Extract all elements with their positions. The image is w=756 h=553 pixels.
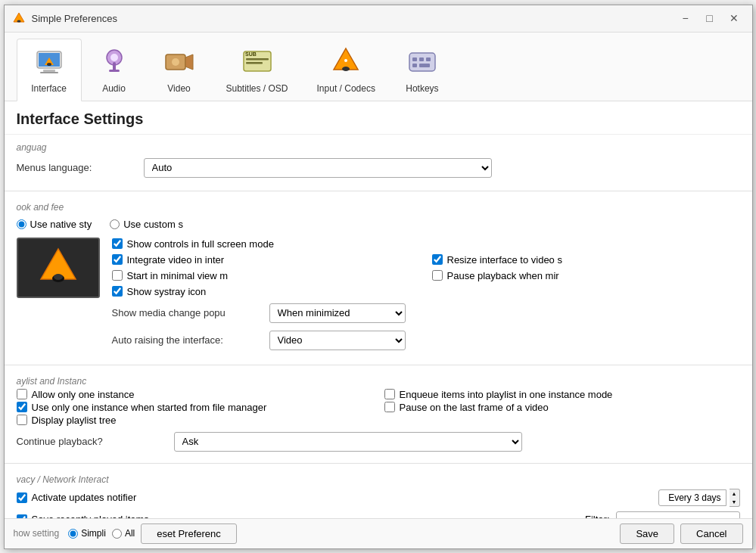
toolbar-item-hotkeys[interactable]: Hotkeys (390, 39, 455, 101)
toolbar-item-video[interactable]: Video (147, 39, 212, 101)
vlc-preview (17, 238, 100, 298)
simple-radio[interactable] (68, 529, 78, 539)
updates-frequency-input[interactable] (658, 489, 726, 506)
file-manager-label[interactable]: Use only one instance when started from … (32, 402, 267, 413)
integrate-video-checkbox[interactable] (112, 254, 123, 265)
playlist-content: Allow only one instance Use only one ins… (17, 388, 740, 427)
toolbar-item-interface[interactable]: Interface (17, 39, 82, 101)
playlist-tree-checkbox[interactable] (17, 415, 27, 425)
integrate-video-label[interactable]: Integrate video in inter (127, 254, 225, 266)
minimize-button[interactable]: − (675, 10, 696, 26)
maximize-button[interactable]: □ (699, 10, 720, 26)
playlist-left: Allow only one instance Use only one ins… (17, 388, 372, 427)
systray-checkbox[interactable] (112, 286, 123, 297)
native-style-radio-label[interactable]: Use native sty (17, 219, 92, 230)
video-icon (161, 44, 198, 80)
svg-point-21 (344, 59, 347, 62)
minimal-view-label[interactable]: Start in minimal view m (127, 270, 229, 281)
cancel-button[interactable]: Cancel (680, 523, 742, 544)
playlist-right: Enqueue items into playlist in one insta… (384, 388, 740, 427)
save-button[interactable]: Save (620, 523, 674, 544)
updates-row: Activate updates notifier ▲ ▼ (17, 486, 740, 509)
media-change-select[interactable]: When minimized Always Never (269, 303, 406, 323)
playlist-header: aylist and Instanc (17, 371, 740, 388)
pause-playback-checkbox[interactable] (432, 270, 443, 281)
custom-style-radio[interactable] (110, 219, 120, 229)
svg-text:SUB: SUB (245, 51, 257, 57)
continue-playback-select[interactable]: Ask Always Never (174, 432, 522, 452)
svg-rect-17 (246, 62, 263, 64)
right-checkboxes: Resize interface to video s Pause playba… (432, 253, 740, 298)
pause-playback-label[interactable]: Pause playback when mir (447, 270, 559, 281)
continue-playback-row: Continue playback? Ask Always Never (17, 430, 740, 454)
media-change-label: Show media change popu (112, 307, 263, 318)
all-radio[interactable] (112, 529, 122, 539)
pause-playback-row: Pause playback when mir (432, 269, 740, 282)
privacy-section: vacy / Network Interact Activate updates… (5, 467, 752, 518)
look-feel-section: ook and fee Use native sty Use custom s (5, 194, 752, 362)
native-style-radio[interactable] (17, 219, 26, 229)
updates-frequency-control: ▲ ▼ (658, 489, 740, 507)
resize-checkbox[interactable] (432, 254, 443, 265)
one-instance-label[interactable]: Allow only one instance (32, 389, 135, 400)
content-area: Interface Settings anguag Menus language… (5, 101, 752, 518)
updates-spinner-down[interactable]: ▼ (730, 498, 739, 506)
minimal-view-checkbox[interactable] (112, 270, 123, 281)
all-radio-label[interactable]: All (112, 528, 135, 539)
custom-style-radio-label[interactable]: Use custom s (110, 219, 183, 230)
svg-rect-11 (109, 70, 120, 72)
look-feel-content: Show controls in full screen mode Integr… (17, 235, 740, 356)
title-bar: Simple Preferences − □ ✕ (5, 5, 752, 33)
settings-scroll[interactable]: anguag Menus language: Auto English Fren… (5, 135, 752, 518)
svg-point-31 (54, 274, 63, 280)
file-manager-checkbox[interactable] (17, 402, 27, 412)
auto-raise-select[interactable]: Video Always Never (269, 331, 406, 350)
fullscreen-controls-label[interactable]: Show controls in full screen mode (127, 238, 274, 250)
subtitles-icon: SUB (239, 44, 275, 80)
svg-point-14 (172, 58, 179, 66)
fullscreen-controls-checkbox[interactable] (112, 238, 123, 249)
one-instance-checkbox[interactable] (17, 389, 27, 399)
menus-language-label: Menus language: (17, 162, 138, 173)
native-style-label: Use native sty (30, 219, 92, 230)
systray-row: Show systray icon (112, 285, 420, 298)
pause-last-row: Pause on the last frame of a video (384, 401, 740, 414)
toolbar-item-input[interactable]: Input / Codecs (303, 39, 390, 101)
updates-notifier-checkbox[interactable] (17, 492, 27, 503)
toolbar-label-audio: Audio (102, 83, 126, 94)
svg-rect-26 (412, 64, 417, 67)
input-icon (328, 44, 364, 80)
toolbar: Interface Audio Video (5, 33, 752, 101)
updates-notifier-label[interactable]: Activate updates notifier (32, 492, 137, 503)
filter-input[interactable] (616, 511, 740, 518)
window-controls: − □ ✕ (675, 10, 745, 26)
svg-rect-24 (419, 57, 424, 61)
toolbar-label-video: Video (167, 83, 190, 94)
playlist-tree-label[interactable]: Display playlist tree (32, 415, 117, 426)
fullscreen-controls-row: Show controls in full screen mode (112, 238, 740, 250)
resize-row: Resize interface to video s (432, 253, 740, 266)
interface-icon (31, 44, 67, 80)
pause-last-label[interactable]: Pause on the last frame of a video (400, 402, 549, 413)
toolbar-item-audio[interactable]: Audio (82, 39, 147, 101)
menus-language-select[interactable]: Auto English French German Spanish (144, 158, 492, 178)
reset-button[interactable]: eset Preferenc (141, 523, 237, 544)
resize-label[interactable]: Resize interface to video s (447, 254, 562, 266)
svg-point-5 (47, 63, 51, 66)
auto-raise-label: Auto raising the interface: (112, 334, 263, 346)
continue-playback-label: Continue playback? (17, 436, 168, 447)
bottom-bar: how setting Simpli All eset Preferenc Sa… (5, 518, 752, 548)
enqueue-checkbox[interactable] (384, 389, 395, 399)
toolbar-item-subtitles[interactable]: SUB Subtitles / OSD (212, 39, 303, 101)
simple-radio-label[interactable]: Simpli (68, 528, 106, 539)
all-label: All (125, 528, 135, 539)
app-icon (12, 11, 26, 25)
systray-label[interactable]: Show systray icon (127, 286, 207, 297)
pause-last-checkbox[interactable] (384, 402, 395, 412)
svg-rect-22 (409, 53, 435, 71)
updates-spinner-up[interactable]: ▲ (730, 489, 739, 498)
close-button[interactable]: ✕ (723, 10, 745, 26)
enqueue-label[interactable]: Enqueue items into playlist in one insta… (400, 389, 613, 400)
svg-rect-7 (40, 72, 58, 73)
playlist-tree-row: Display playlist tree (17, 414, 372, 427)
